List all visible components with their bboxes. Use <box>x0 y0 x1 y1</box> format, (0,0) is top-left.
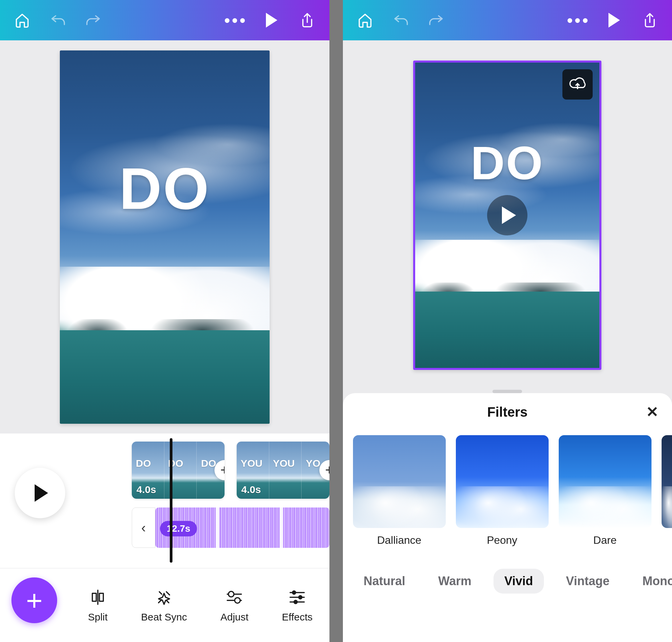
clip-2[interactable]: YOU YOU YO 4.0s + <box>237 441 329 499</box>
canvas-stage: DO <box>343 40 672 386</box>
sheet-handle-area[interactable] <box>343 386 672 393</box>
svg-point-0 <box>229 591 234 596</box>
topbar: ••• <box>343 0 672 40</box>
tool-effects[interactable]: Effects <box>282 588 313 623</box>
video-preview-selected[interactable]: DO <box>413 61 602 370</box>
close-icon[interactable]: ✕ <box>646 403 659 420</box>
filter-thumb <box>456 435 548 528</box>
timeline-panel: DO DO DO 4.0s + YOU YOU YO 4.0s + <box>0 434 329 642</box>
effects-icon <box>288 588 307 607</box>
cloud-upload-icon[interactable] <box>563 69 593 100</box>
undo-icon[interactable] <box>391 10 411 30</box>
screenshot-divider <box>329 0 343 642</box>
svg-point-1 <box>235 598 240 603</box>
filter-category-row[interactable]: Natural Warm Vivid Vintage Mono <box>343 550 672 593</box>
timeline-play-button[interactable] <box>15 468 65 518</box>
clip-1[interactable]: DO DO DO 4.0s + <box>132 441 224 499</box>
split-icon <box>88 588 107 607</box>
filter-thumb <box>353 435 446 528</box>
category-warm[interactable]: Warm <box>428 569 482 593</box>
filter-swatch-dalliance[interactable]: Dalliance <box>353 435 446 547</box>
svg-point-3 <box>299 595 302 599</box>
add-fab[interactable]: + <box>11 577 57 623</box>
share-icon[interactable] <box>297 10 317 30</box>
play-icon[interactable] <box>604 10 624 30</box>
filter-thumb <box>559 435 651 528</box>
overlay-text: DO <box>415 136 599 190</box>
preview-play-button[interactable] <box>487 195 528 235</box>
undo-icon[interactable] <box>48 10 68 30</box>
clip-duration: 4.0s <box>137 484 156 496</box>
home-icon[interactable] <box>12 10 32 30</box>
filters-sheet: Filters ✕ Dalliance Peony Dare <box>343 393 672 642</box>
overlay-text: DO <box>60 155 270 222</box>
category-natural[interactable]: Natural <box>353 569 416 593</box>
svg-point-4 <box>294 600 297 603</box>
adjust-icon <box>225 588 244 607</box>
redo-icon[interactable] <box>83 10 104 30</box>
filter-swatch-row[interactable]: Dalliance Peony Dare <box>343 420 672 550</box>
more-icon[interactable]: ••• <box>226 10 246 30</box>
filter-swatch-more[interactable] <box>662 435 672 547</box>
clip-duration: 4.0s <box>241 484 261 496</box>
playhead[interactable] <box>170 438 172 563</box>
home-icon[interactable] <box>355 10 375 30</box>
category-vivid[interactable]: Vivid <box>493 569 544 593</box>
editor-timeline-screen: ••• DO DO <box>0 0 329 642</box>
audio-prev-button[interactable]: ‹ <box>132 508 155 548</box>
beatsync-icon <box>155 588 173 607</box>
video-preview[interactable]: DO <box>60 50 270 424</box>
audio-duration-pill: 12.7s <box>160 521 197 536</box>
audio-track-row: ‹ 12.7s <box>132 508 329 548</box>
svg-point-2 <box>293 591 296 594</box>
filters-title: Filters <box>343 405 672 420</box>
redo-icon[interactable] <box>426 10 447 30</box>
canvas-stage: DO <box>0 40 329 434</box>
audio-track[interactable]: 12.7s <box>155 508 329 548</box>
editor-filters-screen: ••• DO Filters <box>343 0 672 642</box>
tool-beatsync[interactable]: Beat Sync <box>141 588 187 623</box>
share-icon[interactable] <box>640 10 660 30</box>
category-mono[interactable]: Mono <box>632 569 672 593</box>
category-vintage[interactable]: Vintage <box>555 569 620 593</box>
tool-adjust[interactable]: Adjust <box>221 588 248 623</box>
tool-split[interactable]: Split <box>88 588 107 623</box>
topbar: ••• <box>0 0 329 40</box>
filter-swatch-peony[interactable]: Peony <box>456 435 548 547</box>
filter-thumb <box>662 435 672 528</box>
clips-row: DO DO DO 4.0s + YOU YOU YO 4.0s + <box>132 441 329 502</box>
more-icon[interactable]: ••• <box>568 10 589 30</box>
filter-swatch-dare[interactable]: Dare <box>559 435 651 547</box>
bottom-toolbar: + Split Beat Sync Adjust <box>0 568 329 642</box>
play-icon[interactable] <box>261 10 282 30</box>
add-clip-button[interactable]: + <box>319 460 329 480</box>
